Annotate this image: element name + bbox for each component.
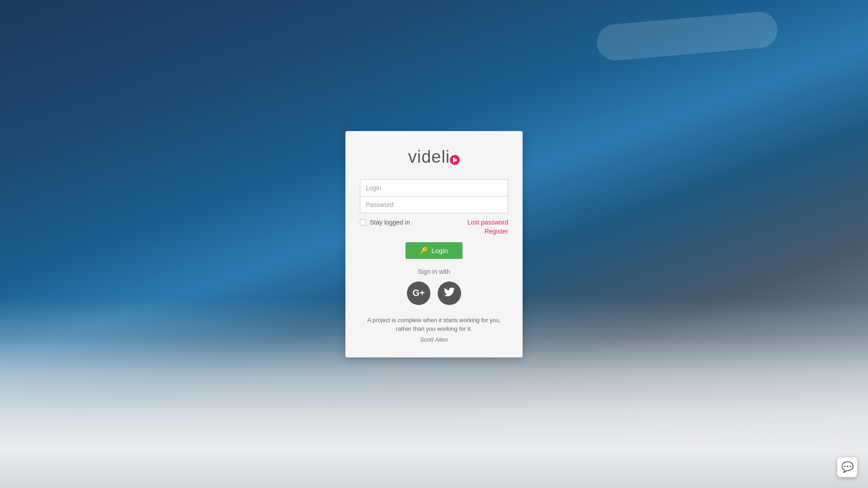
options-row: Stay logged in Lost password Register [360,219,508,235]
chat-widget-button[interactable]: 💬 [837,457,857,477]
stay-logged-in-checkbox[interactable] [360,219,366,225]
quote-text: A project is complete when it starts wor… [360,316,508,333]
sign-in-with-label: Sign in with [418,268,450,275]
stay-logged-in-label[interactable]: Stay logged in [370,219,410,226]
social-buttons: G+ [407,282,461,305]
login-form [360,179,508,213]
login-input[interactable] [360,179,508,196]
logo-container: videli [408,147,460,167]
modal-overlay: videli Stay logged in Lost password Regi… [0,0,868,488]
login-button-label: Login [431,247,448,254]
auth-links: Lost password Register [467,219,508,235]
login-modal: videli Stay logged in Lost password Regi… [345,131,523,357]
login-button[interactable]: 🔑 Login [406,242,462,259]
logo-text: videli [408,147,460,167]
quote-author: Scott Allen [420,336,448,343]
chat-icon: 💬 [841,461,854,473]
twitter-icon [444,287,455,299]
stay-logged-in-container: Stay logged in [360,219,410,226]
google-icon: G+ [412,288,425,298]
login-button-icon: 🔑 [420,247,428,254]
google-signin-button[interactable]: G+ [407,282,430,305]
password-input[interactable] [360,196,508,213]
logo-play-icon [450,155,460,165]
lost-password-link[interactable]: Lost password [467,219,508,226]
register-link[interactable]: Register [485,228,508,235]
twitter-signin-button[interactable] [438,282,461,305]
